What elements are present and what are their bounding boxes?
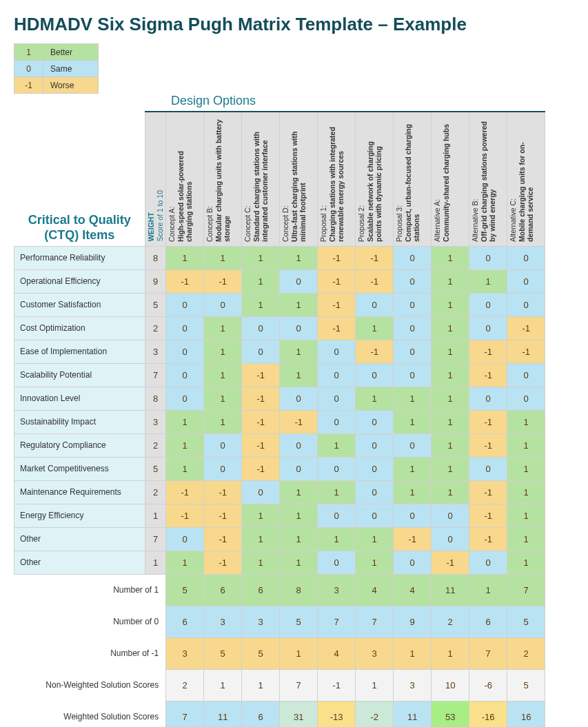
score-cell: 1 [507, 480, 545, 504]
weight-value: 3 [145, 340, 166, 363]
score-cell: 1 [280, 551, 318, 574]
score-cell: -1 [394, 527, 432, 551]
summary-cell: 1 [432, 637, 469, 669]
score-cell: 1 [432, 269, 469, 293]
score-cell: -1 [318, 293, 356, 316]
score-cell: -1 [242, 387, 280, 410]
weight-value: 8 [145, 246, 166, 269]
summary-cell: 11 [432, 574, 469, 606]
score-cell: 0 [394, 504, 432, 527]
score-cell: -1 [204, 480, 242, 504]
score-cell: -1 [469, 433, 507, 457]
ctq-item: Regulatory Compliance [14, 433, 145, 457]
score-cell: -1 [242, 363, 280, 387]
summary-cell: 6 [242, 701, 280, 727]
score-cell: 0 [356, 410, 394, 433]
score-cell: 1 [432, 246, 469, 269]
score-cell: 0 [394, 269, 432, 293]
score-cell: 0 [242, 340, 280, 363]
summary-cell: -6 [469, 669, 507, 701]
score-cell: -1 [204, 269, 242, 293]
score-cell: -1 [469, 480, 507, 504]
option-header: Concept C:Standard charging stations wit… [242, 112, 280, 246]
summary-cell: 6 [242, 574, 280, 606]
summary-cell: 6 [204, 574, 242, 606]
score-cell: 0 [469, 387, 507, 410]
score-cell: 1 [507, 551, 545, 574]
summary-cell: 3 [318, 574, 356, 606]
ctq-item: Maintenance Requirements [14, 480, 145, 504]
score-cell: 0 [166, 363, 204, 387]
summary-cell: 3 [242, 606, 280, 637]
weight-value: 5 [145, 293, 166, 316]
score-cell: 1 [280, 504, 318, 527]
score-cell: 1 [356, 551, 394, 574]
summary-cell: 7 [318, 606, 356, 637]
summary-cell: 5 [242, 637, 280, 669]
weight-value: 8 [145, 387, 166, 410]
ctq-item: Ease of Implementation [14, 340, 145, 363]
summary-cell: 5 [204, 637, 242, 669]
summary-cell: 1 [280, 637, 318, 669]
score-cell: 1 [280, 340, 318, 363]
score-cell: 1 [318, 433, 356, 457]
legend-value: -1 [14, 77, 43, 94]
score-cell: 0 [356, 457, 394, 480]
summary-cell: 2 [507, 637, 545, 669]
ctq-item: Scalability Potential [14, 363, 145, 387]
score-cell: -1 [469, 504, 507, 527]
score-cell: 1 [166, 410, 204, 433]
score-cell: 0 [318, 387, 356, 410]
score-cell: 1 [432, 457, 469, 480]
score-cell: 0 [318, 363, 356, 387]
score-cell: 1 [166, 457, 204, 480]
option-header: Proposal 2:Scalable network of charging … [356, 112, 394, 246]
score-cell: 1 [507, 527, 545, 551]
score-cell: -1 [166, 480, 204, 504]
score-cell: 1 [166, 551, 204, 574]
score-cell: -1 [432, 551, 469, 574]
score-cell: 0 [394, 316, 432, 340]
score-cell: -1 [469, 340, 507, 363]
score-cell: 0 [166, 340, 204, 363]
score-cell: 1 [356, 316, 394, 340]
score-cell: 1 [507, 410, 545, 433]
summary-cell: 4 [394, 574, 432, 606]
score-cell: 0 [394, 293, 432, 316]
score-cell: 0 [507, 246, 545, 269]
score-cell: 0 [318, 551, 356, 574]
summary-cell: 7 [166, 701, 204, 727]
score-cell: 0 [318, 340, 356, 363]
score-cell: -1 [507, 340, 545, 363]
summary-cell: 3 [356, 637, 394, 669]
score-cell: -1 [204, 551, 242, 574]
ctq-item: Innovation Level [14, 387, 145, 410]
option-header: Proposal 1:Charging stations with integr… [318, 112, 356, 246]
score-cell: -1 [318, 246, 356, 269]
score-cell: 1 [280, 293, 318, 316]
weight-value: 2 [145, 480, 166, 504]
score-cell: -1 [204, 504, 242, 527]
score-cell: -1 [242, 433, 280, 457]
score-cell: 1 [242, 527, 280, 551]
score-cell: 1 [280, 246, 318, 269]
score-cell: 0 [469, 551, 507, 574]
score-cell: -1 [242, 410, 280, 433]
summary-cell: -16 [469, 701, 507, 727]
summary-cell: 7 [356, 606, 394, 637]
score-cell: 1 [432, 387, 469, 410]
score-cell: 1 [242, 246, 280, 269]
option-header: Alternative A:Community-shared charging … [432, 112, 469, 246]
legend-label: Worse [43, 77, 99, 94]
summary-cell: 3 [204, 606, 242, 637]
legend-label: Better [43, 44, 99, 61]
summary-cell: 6 [166, 606, 204, 637]
score-cell: 0 [166, 527, 204, 551]
summary-label: Non-Weighted Solution Scores [14, 669, 166, 701]
ctq-item: Other [14, 551, 145, 574]
score-cell: 1 [318, 527, 356, 551]
score-cell: 1 [432, 340, 469, 363]
score-cell: 0 [204, 293, 242, 316]
score-cell: 0 [394, 363, 432, 387]
score-cell: 0 [242, 480, 280, 504]
